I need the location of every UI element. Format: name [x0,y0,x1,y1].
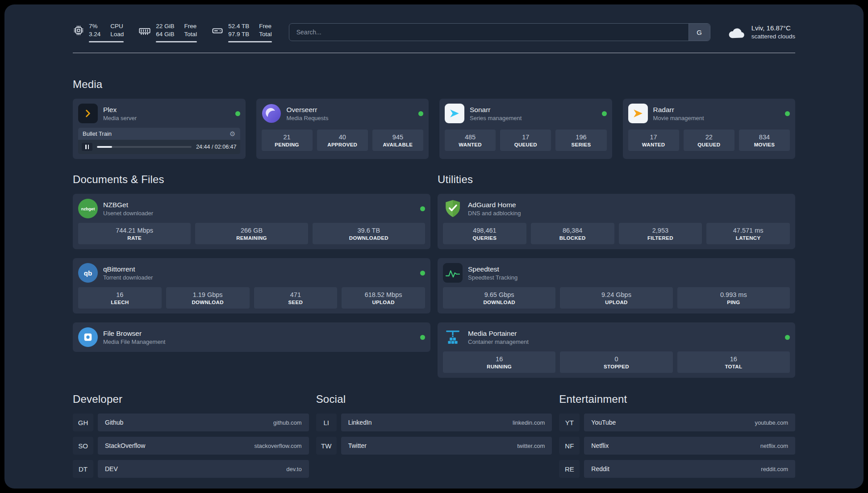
bookmark-abbr: DT [73,460,93,478]
app-card-adguard[interactable]: AdGuard Home DNS and adblocking 498,461Q… [438,194,795,249]
bookmark-row: LI LinkedIn linkedin.com [316,414,552,431]
disk-icon [211,25,224,37]
status-dot-online [235,111,240,116]
bookmark-link-twitter[interactable]: Twitter twitter.com [341,437,552,455]
overseerr-icon [262,104,281,123]
app-subtitle: Speedtest Tracking [468,274,517,281]
bookmark-row: RE Reddit reddit.com [559,460,795,478]
ram-total: 64 GiB [156,30,174,38]
cloud-icon [727,25,746,39]
app-card-qbittorrent[interactable]: qb qBittorrent Torrent downloader 16LEEC… [73,258,430,313]
bookmark-link-netflix[interactable]: Netflix netflix.com [584,437,795,455]
ram-label-1: Free [184,22,197,30]
app-subtitle: DNS and adblocking [468,210,521,217]
bookmark-abbr: LI [316,414,337,431]
cpu-label-2: Load [110,30,124,38]
app-card-nzbget[interactable]: nzbget NZBGet Usenet downloader 744.21 M… [73,194,430,249]
app-subtitle: Media File Management [103,338,165,345]
stat-tile: 471SEED [254,287,338,309]
bookmark-abbr: RE [559,460,580,478]
stat-tile: 0STOPPED [560,351,672,373]
stat-tile: 21PENDING [262,130,313,151]
stat-tile: 618.52 MbpsUPLOAD [342,287,425,309]
stat-tile: 16LEECH [78,287,162,309]
stat-tile: 47.571 msLATENCY [706,223,790,244]
app-name: AdGuard Home [468,201,521,209]
app-name: Plex [103,106,137,114]
nzbget-icon: nzbget [78,199,98,218]
status-dot-online [785,111,790,116]
status-dot-online [420,335,425,340]
app-name: File Browser [103,330,165,338]
bookmark-link-linkedin[interactable]: LinkedIn linkedin.com [341,414,552,431]
bookmark-abbr: SO [73,437,93,455]
settings-gear-icon[interactable]: ⚙ [230,130,235,137]
weather-location-temp: Lviv, 16.87°C [751,24,795,33]
cpu-usage: 7% [89,22,100,30]
pause-button[interactable] [82,143,92,151]
app-subtitle: Torrent downloader [103,274,153,281]
stat-tile: 16TOTAL [677,351,790,373]
app-subtitle: Media Requests [287,115,329,121]
stat-tile: 266 GBREMAINING [195,223,308,244]
stat-tile: 9.65 GbpsDOWNLOAD [443,287,555,309]
stat-tile: 17QUEUED [500,130,551,151]
social-heading: Social [316,393,552,405]
app-card-sonarr[interactable]: Sonarr Series management 485WANTED 17QUE… [439,99,612,159]
stat-tile: 22QUEUED [684,130,734,151]
bookmark-link-reddit[interactable]: Reddit reddit.com [584,460,795,478]
bookmark-abbr: TW [316,437,337,455]
status-dot-online [420,206,425,211]
bookmark-link-youtube[interactable]: YouTube youtube.com [584,414,795,431]
stat-tile: 16RUNNING [443,351,555,373]
cpu-load-avg: 3.24 [89,30,100,38]
cpu-icon [73,25,84,36]
bookmark-row: TW Twitter twitter.com [316,437,552,455]
playback-progress-bar[interactable] [97,146,192,148]
bookmark-abbr: NF [559,437,580,455]
playback-time: 24:44 / 02:06:47 [196,144,236,150]
app-name: Overseerr [287,106,329,114]
stat-tile: 40APPROVED [317,130,368,151]
app-card-speedtest[interactable]: Speedtest Speedtest Tracking 9.65 GbpsDO… [438,258,795,313]
status-dot-online [420,271,425,276]
status-dot-online [418,111,423,116]
app-card-portainer[interactable]: Media Portainer Container management 16R… [438,322,795,378]
disk-usage-bar [228,41,272,42]
sonarr-icon [445,104,464,123]
search-input[interactable] [289,29,689,36]
bookmark-row: YT YouTube youtube.com [559,414,795,431]
cpu-usage-bar [89,41,124,42]
search-engine-button[interactable]: G [689,24,710,41]
ram-label-2: Total [184,30,197,38]
bookmark-row: GH Github github.com [73,414,309,431]
dashboard: 7% 3.24 CPU Load [4,4,864,489]
bookmark-row: SO StackOverflow stackoverflow.com [73,437,309,455]
app-card-plex[interactable]: Plex Media server Bullet Train ⚙ [73,99,246,159]
stat-tile: 0.993 msPING [677,287,790,309]
documents-section: Documents & Files nzbget NZBGet Usenet d… [73,173,430,378]
ram-usage-bar [156,41,197,42]
status-dot-online [785,335,790,340]
ram-free: 22 GiB [156,22,174,30]
disk-label-2: Total [259,30,272,38]
bookmark-link-github[interactable]: Github github.com [98,414,309,431]
app-card-filebrowser[interactable]: File Browser Media File Management [73,322,430,352]
bookmarks-entertainment: Entertainment YT YouTube youtube.com NF … [559,393,795,478]
search-bar: G [289,23,710,41]
app-subtitle: Movie management [653,115,704,121]
stat-tile: 9.24 GbpsUPLOAD [560,287,672,309]
bookmark-link-dev[interactable]: DEV dev.to [98,460,309,478]
weather-condition: scattered clouds [751,33,795,41]
plex-icon [78,104,98,123]
weather-widget: Lviv, 16.87°C scattered clouds [727,24,795,41]
stat-tile: 1.19 GbpsDOWNLOAD [166,287,250,309]
stat-tile: 945AVAILABLE [372,130,423,151]
app-card-radarr[interactable]: Radarr Movie management 17WANTED 22QUEUE… [623,99,796,159]
documents-heading: Documents & Files [73,173,430,186]
bookmark-link-stackoverflow[interactable]: StackOverflow stackoverflow.com [98,437,309,455]
speedtest-icon [443,263,463,283]
cpu-widget: 7% 3.24 CPU Load [73,22,124,42]
app-card-overseerr[interactable]: Overseerr Media Requests 21PENDING 40APP… [256,99,429,159]
bookmark-row: NF Netflix netflix.com [559,437,795,455]
